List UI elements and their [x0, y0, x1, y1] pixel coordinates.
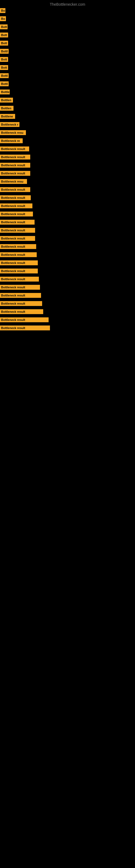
list-item: Bottleneck result — [0, 145, 135, 153]
bottleneck-label: Bottleneck result — [0, 195, 31, 200]
bottleneck-label: Bottleneck resu — [0, 130, 26, 135]
list-item: Bottleneck resu — [0, 129, 135, 137]
bottleneck-label: Bottleneck result — [0, 236, 35, 241]
bottleneck-label: Bo — [0, 16, 6, 21]
bottleneck-label: Bottleneck result — [0, 155, 30, 159]
bottleneck-label: Bottleneck result — [0, 204, 32, 208]
bottleneck-label: Bottleneck resu — [0, 179, 27, 184]
bottleneck-label: Bottleneck result — [0, 228, 35, 233]
bottleneck-label: Bottl — [0, 49, 9, 54]
list-item: Bottleneck result — [0, 316, 135, 324]
list-item: Bottl — [0, 47, 135, 55]
bottleneck-label: Bottleneck result — [0, 277, 39, 282]
list-item: Bottleneck r — [0, 120, 135, 129]
bottleneck-label: Bottleneck re — [0, 138, 23, 143]
bottleneck-label: Bottleneck result — [0, 260, 38, 265]
list-item: Bottleneck result — [0, 153, 135, 161]
list-item: Bottleneck result — [0, 235, 135, 243]
bottleneck-label: Bottleneck result — [0, 309, 43, 314]
bottleneck-label: Bottleneck result — [0, 293, 41, 298]
list-item: Bottleneck re — [0, 137, 135, 145]
list-item: Bottleneck result — [0, 243, 135, 251]
bottleneck-label: Bottleneck result — [0, 285, 40, 290]
bottleneck-label: Bottl — [0, 82, 9, 86]
list-item: Bottleneck result — [0, 202, 135, 210]
list-item: Bottleneck result — [0, 194, 135, 202]
bottleneck-label: Bottleneck r — [0, 122, 19, 127]
bottleneck-label: Bott — [0, 57, 8, 62]
bottleneck-label: Bott — [0, 65, 8, 70]
list-item: Bott — [0, 39, 135, 47]
bottleneck-label: Bottleneck result — [0, 212, 33, 216]
list-item: Bottl — [0, 80, 135, 88]
list-item: Bottleneck result — [0, 259, 135, 267]
list-item: Bottl — [0, 72, 135, 80]
bottleneck-label: Bottlen — [0, 98, 13, 102]
list-item: Bott — [0, 31, 135, 39]
bottleneck-label: Bo — [0, 8, 5, 13]
list-item: Bottleneck result — [0, 300, 135, 308]
list-item: Bo — [0, 14, 135, 23]
list-item: Bottleneck result — [0, 291, 135, 300]
list-item: Bott — [0, 23, 135, 31]
bottleneck-label: Bott — [0, 41, 8, 45]
list-item: Bo — [0, 6, 135, 14]
items-container: BoBoBottBottBottBottlBottBottBottlBottlB… — [0, 6, 135, 332]
list-item: Bottleneck result — [0, 267, 135, 275]
bottleneck-label: Bottleneck result — [0, 301, 42, 306]
list-item: Bottleneck result — [0, 275, 135, 283]
bottleneck-label: Bottleneck result — [0, 269, 38, 273]
list-item: Bottleneck result — [0, 251, 135, 259]
list-item: Bottleneck result — [0, 218, 135, 226]
bottleneck-label: Bottle — [0, 90, 10, 94]
bottleneck-label: Bottleneck result — [0, 171, 30, 176]
bottleneck-label: Bottleneck result — [0, 252, 37, 257]
bottleneck-label: Bottlen — [0, 106, 13, 111]
list-item: Bottleneck result — [0, 210, 135, 218]
list-item: Bottleneck result — [0, 324, 135, 332]
list-item: Bott — [0, 63, 135, 72]
bottleneck-label: Bottleneck result — [0, 220, 35, 225]
bottleneck-label: Bottleneck result — [0, 147, 29, 151]
list-item: Bottleneck result — [0, 169, 135, 177]
bottleneck-label: Bottleneck result — [0, 317, 49, 322]
list-item: Bottleneck resu — [0, 177, 135, 186]
list-item: Bottleneck result — [0, 186, 135, 194]
list-item: Bottlen — [0, 96, 135, 104]
bottleneck-label: Bott — [0, 33, 8, 37]
list-item: Bottlene — [0, 112, 135, 120]
bottleneck-label: Bottl — [0, 73, 9, 78]
list-item: Bottleneck result — [0, 161, 135, 169]
list-item: Bottle — [0, 88, 135, 96]
bottleneck-label: Bottleneck result — [0, 244, 36, 249]
list-item: Bottleneck result — [0, 283, 135, 291]
list-item: Bottleneck result — [0, 308, 135, 316]
bottleneck-label: Bottleneck result — [0, 163, 30, 167]
list-item: Bott — [0, 55, 135, 63]
bottleneck-label: Bottleneck result — [0, 187, 30, 192]
bottleneck-label: Bottlene — [0, 114, 15, 119]
bottleneck-label: Bottleneck result — [0, 326, 50, 330]
list-item: Bottleneck result — [0, 226, 135, 235]
list-item: Bottlen — [0, 104, 135, 112]
bottleneck-label: Bott — [0, 24, 8, 29]
